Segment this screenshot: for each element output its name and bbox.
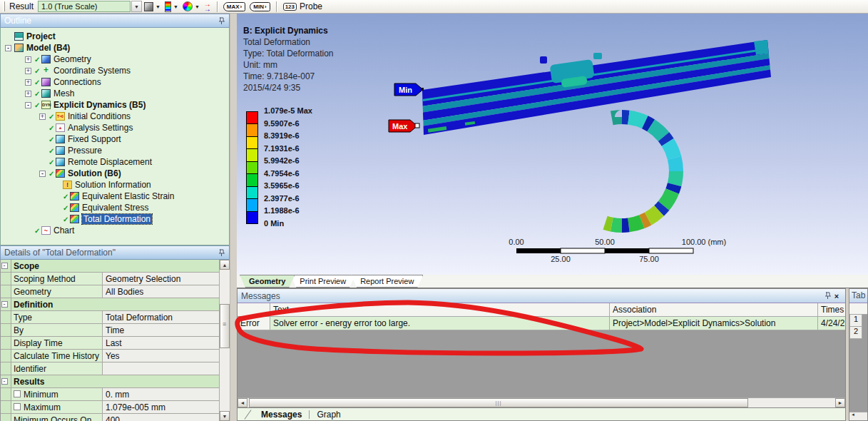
expand-icon[interactable] — [25, 56, 31, 63]
solution-icon — [56, 169, 65, 178]
scroll-down-icon[interactable]: ▼ — [220, 411, 230, 421]
tree-item-coordinate-systems[interactable]: ✓Coordinate Systems — [1, 65, 229, 76]
expand-icon[interactable] — [25, 79, 31, 86]
details-title: Details of "Total Deformation" — [4, 248, 218, 258]
probe-label: Probe — [300, 1, 322, 11]
message-row-error[interactable]: Error Solver error - energy error too la… — [238, 317, 845, 330]
collapse-icon[interactable] — [1, 301, 8, 308]
tree-item-pressure[interactable]: ✓Pressure — [1, 145, 229, 156]
scroll-right-icon[interactable]: ► — [835, 398, 845, 407]
details-row[interactable]: Scoping MethodGeometry Selection — [1, 273, 219, 285]
contour-button[interactable]: ▼ — [183, 1, 200, 13]
tabular-data-strip[interactable]: Tab 1 2 ◄ — [849, 288, 868, 421]
tree-item-initial-conditions[interactable]: ✓Initial Conditions — [1, 111, 229, 122]
checkbox[interactable] — [14, 403, 21, 410]
details-row[interactable]: Identifier — [1, 362, 219, 375]
scale-combobox-arrow-icon[interactable]: ▼ — [131, 1, 142, 12]
checkbox[interactable] — [14, 390, 21, 397]
outline-tree: Project Model (B4) ✓Geometry ✓Coordinate… — [0, 28, 230, 245]
details-row[interactable]: Minimum0. mm — [1, 388, 219, 401]
check-icon: ✓ — [48, 124, 55, 132]
legend-label: 1.1988e-6 — [264, 206, 342, 215]
chevron-down-icon[interactable]: ▼ — [195, 4, 200, 9]
tree-item-model[interactable]: Model (B4) — [1, 42, 229, 54]
connections-icon — [41, 78, 51, 86]
pin-icon[interactable] — [824, 292, 832, 300]
geometry-display-button[interactable]: ▼ — [144, 1, 160, 13]
coordinate-systems-icon — [41, 66, 51, 75]
graphics-viewport[interactable]: Min Max 0.00 50.00 100.00 (mm) 25.00 75.… — [237, 14, 868, 275]
min-probe-button[interactable]: MIN› — [250, 2, 270, 11]
chevron-down-icon[interactable]: ▼ — [173, 4, 178, 9]
tree-item-solution-information[interactable]: Solution Information — [1, 179, 229, 191]
details-row-partial[interactable]: Minimum Occurs On400... — [1, 414, 219, 421]
details-row[interactable]: ByTime — [1, 324, 219, 337]
details-row[interactable]: GeometryAll Bodies — [1, 285, 219, 298]
left-panel: Outline Project Model (B4) ✓Geometry ✓Co… — [0, 14, 230, 421]
legend-label: 9.5907e-6 — [264, 119, 342, 128]
severity-column-header[interactable] — [238, 303, 270, 316]
min-flag[interactable]: Min — [394, 83, 424, 96]
expand-icon[interactable] — [39, 113, 46, 120]
tree-item-connections[interactable]: ✓Connections — [1, 76, 229, 88]
collapse-icon[interactable] — [25, 102, 31, 108]
chevron-down-icon[interactable]: ▼ — [155, 4, 160, 9]
scrollbar-thumb[interactable] — [220, 304, 230, 348]
scroll-left-icon[interactable]: ◄ — [238, 398, 247, 407]
details-row[interactable]: Calculate Time HistoryYes — [1, 350, 219, 362]
details-row[interactable]: TypeTotal Deformation — [1, 311, 219, 324]
association-column-header[interactable]: Association — [610, 303, 818, 316]
vector-display-button[interactable]: →→ — [204, 1, 211, 13]
max-probe-button[interactable]: MAX› — [223, 2, 245, 11]
vertical-splitter[interactable] — [230, 14, 237, 421]
expand-icon[interactable] — [25, 68, 31, 74]
tree-item-fixed-support[interactable]: ✓Fixed Support — [1, 133, 229, 145]
collapse-icon[interactable] — [5, 45, 11, 51]
collapse-icon[interactable] — [1, 263, 8, 269]
messages-hscrollbar[interactable]: ◄ ► — [238, 397, 845, 407]
tabular-hscrollbar[interactable]: ◄ — [849, 412, 867, 420]
tab-graph[interactable]: Graph — [310, 410, 347, 420]
details-section-scope[interactable]: Scope — [1, 260, 219, 273]
tree-item-remote-displacement[interactable]: ✓Remote Displacement — [1, 156, 229, 168]
scale-combobox[interactable]: 1.0 (True Scale) — [38, 1, 131, 12]
text-column-header[interactable]: Text — [270, 303, 610, 316]
tree-item-mesh[interactable]: ✓Mesh — [1, 88, 229, 99]
tree-item-explicit-dynamics[interactable]: ✓Explicit Dynamics (B5) — [1, 99, 229, 111]
tree-item-equivalent-stress[interactable]: ✓Equivalent Stress — [1, 202, 229, 213]
scrollbar-thumb[interactable] — [249, 398, 748, 407]
pin-icon[interactable] — [218, 17, 225, 25]
details-row[interactable]: Maximum1.079e-005 mm — [1, 401, 219, 414]
tree-item-project[interactable]: Project — [1, 31, 229, 42]
tab-print-preview[interactable]: Print Preview — [290, 275, 355, 288]
details-section-definition[interactable]: Definition — [1, 298, 219, 311]
probe-button[interactable]: 123 Probe — [283, 1, 322, 11]
tab-messages[interactable]: Messages — [254, 410, 309, 420]
tree-item-chart[interactable]: ✓Chart — [1, 225, 229, 236]
collapse-icon[interactable] — [39, 171, 46, 177]
pin-icon[interactable] — [218, 249, 225, 257]
tree-item-equivalent-elastic-strain[interactable]: ✓Equivalent Elastic Strain — [1, 191, 229, 202]
legend-button[interactable]: ▼ — [165, 1, 178, 13]
tree-item-total-deformation[interactable]: ✓Total Deformation — [1, 213, 229, 225]
toolbar-grip[interactable] — [3, 1, 5, 11]
details-section-results[interactable]: Results — [1, 375, 219, 388]
times-column-header[interactable]: Times — [818, 303, 845, 316]
tab-report-preview[interactable]: Report Preview — [351, 275, 423, 288]
tree-item-analysis-settings[interactable]: ✓Analysis Settings — [1, 122, 229, 133]
collapse-icon[interactable] — [1, 378, 8, 385]
svg-text:75.00: 75.00 — [639, 255, 659, 263]
max-flag[interactable]: Max — [389, 120, 419, 132]
scroll-up-icon[interactable]: ▲ — [220, 260, 230, 270]
expand-icon[interactable] — [25, 91, 31, 97]
tabular-row-number[interactable]: 1 — [849, 315, 862, 327]
details-scrollbar[interactable]: ▲ ▼ — [219, 260, 230, 421]
tree-item-geometry[interactable]: ✓Geometry — [1, 54, 229, 65]
tabular-row-number[interactable]: 2 — [849, 327, 862, 339]
close-icon[interactable]: × — [832, 292, 842, 300]
tab-geometry[interactable]: Geometry — [240, 275, 295, 288]
details-row[interactable]: Display TimeLast — [1, 337, 219, 350]
check-icon: ✓ — [48, 136, 55, 143]
tree-item-solution[interactable]: ✓Solution (B6) — [1, 168, 229, 179]
result-icon — [70, 203, 79, 212]
